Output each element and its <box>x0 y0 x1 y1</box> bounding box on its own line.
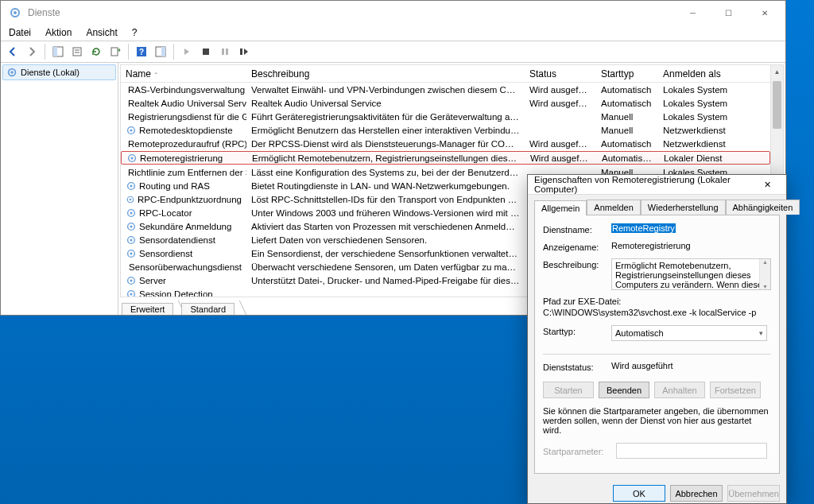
col-name[interactable]: Name ⌃ <box>121 68 246 79</box>
svg-point-39 <box>130 225 132 227</box>
stop-button[interactable]: Beenden <box>599 382 649 398</box>
col-startup[interactable]: Starttyp <box>596 68 658 79</box>
service-row[interactable]: RAS-VerbindungsverwaltungVerwaltet Einwä… <box>121 83 770 96</box>
dialog-footer: OK Abbrechen Übernehmen <box>528 479 786 504</box>
nav-item-label: Dienste (Lokal) <box>21 68 79 77</box>
minimize-button[interactable]: ─ <box>675 2 711 24</box>
col-logon[interactable]: Anmelden als <box>658 68 746 79</box>
tab-standard[interactable]: Standard <box>181 303 235 315</box>
value-path: C:\WINDOWS\system32\svchost.exe -k local… <box>543 308 771 317</box>
tab-general[interactable]: Allgemein <box>534 200 587 215</box>
dialog-body: Dienstname: RemoteRegistry Anzeigename: … <box>534 215 780 474</box>
svg-rect-4 <box>73 48 81 56</box>
description-scrollbar[interactable]: ▲▼ <box>759 259 770 289</box>
forward-button[interactable] <box>23 43 41 60</box>
startup-type-combo[interactable]: Automatisch ▾ <box>611 325 767 341</box>
service-row[interactable]: Realtek Audio Universal ServiceRealtek A… <box>121 96 770 110</box>
menu-help[interactable]: ? <box>129 25 141 40</box>
menu-file[interactable]: Datei <box>6 25 34 40</box>
svg-point-43 <box>130 252 132 254</box>
col-status[interactable]: Status <box>525 68 596 79</box>
dialog-close-button[interactable]: ✕ <box>753 176 781 193</box>
column-headers: Name ⌃ Beschreibung Status Starttyp Anme… <box>121 65 770 83</box>
pause-button[interactable]: Anhalten <box>654 382 705 398</box>
apply-button[interactable]: Übernehmen <box>727 485 780 502</box>
service-row[interactable]: Registrierungsdienst für die Gerätev…Füh… <box>121 110 770 123</box>
stop-service-button[interactable] <box>197 43 215 60</box>
svg-rect-12 <box>203 48 209 55</box>
chevron-down-icon: ▾ <box>759 329 763 337</box>
svg-point-1 <box>14 11 17 14</box>
label-service-name: Dienstname: <box>543 223 611 235</box>
svg-text:?: ? <box>139 48 144 56</box>
svg-point-35 <box>130 198 132 200</box>
svg-rect-15 <box>240 48 242 55</box>
dialog-tabs: Allgemein Anmelden Wiederherstellung Abh… <box>528 195 786 215</box>
dialog-titlebar[interactable]: Eigenschaften von Remoteregistrierung (L… <box>528 175 786 195</box>
scroll-thumb[interactable] <box>773 81 781 129</box>
gear-icon <box>6 67 17 78</box>
menu-action[interactable]: Aktion <box>42 25 75 40</box>
properties-button[interactable] <box>68 43 86 60</box>
svg-point-25 <box>130 129 132 131</box>
label-status: Dienststatus: <box>543 361 611 372</box>
col-description[interactable]: Beschreibung <box>246 68 525 79</box>
svg-point-29 <box>130 157 133 159</box>
svg-rect-14 <box>226 48 228 55</box>
tab-recovery[interactable]: Wiederherstellung <box>641 200 726 215</box>
svg-point-33 <box>130 184 132 187</box>
properties-dialog: Eigenschaften von Remoteregistrierung (L… <box>527 174 787 504</box>
start-button[interactable]: Starten <box>543 382 594 398</box>
label-path: Pfad zur EXE-Datei: <box>543 297 771 306</box>
titlebar[interactable]: Dienste ─ ☐ ✕ <box>1 1 785 25</box>
svg-point-37 <box>130 211 132 214</box>
svg-point-49 <box>130 293 132 295</box>
svg-point-47 <box>130 279 132 281</box>
svg-point-41 <box>130 238 132 241</box>
toolbar: ? <box>1 41 785 63</box>
label-description: Beschreibung: <box>543 258 611 269</box>
refresh-button[interactable] <box>87 43 105 60</box>
close-button[interactable]: ✕ <box>746 2 782 24</box>
back-button[interactable] <box>4 43 21 60</box>
show-hide-tree-button[interactable] <box>49 43 67 60</box>
label-start-param: Startparameter: <box>543 445 611 456</box>
ok-button[interactable]: OK <box>613 485 665 502</box>
svg-rect-13 <box>222 48 224 55</box>
svg-rect-3 <box>53 47 57 56</box>
scroll-up-icon[interactable]: ▲ <box>771 65 783 78</box>
value-status: Wird ausgeführt <box>611 361 771 370</box>
start-param-input[interactable] <box>616 443 767 459</box>
menu-view[interactable]: Ansicht <box>83 25 120 40</box>
resume-button[interactable]: Fortsetzen <box>710 382 761 398</box>
service-row[interactable]: Remoteprozeduraufruf (RPC)Der RPCSS-Dien… <box>121 137 770 150</box>
description-box[interactable]: Ermöglicht Remotebenutzern, Registrierun… <box>611 258 771 290</box>
start-service-button[interactable] <box>178 43 196 60</box>
export-button[interactable] <box>107 43 124 60</box>
nav-item-local-services[interactable]: Dienste (Lokal) <box>2 64 116 80</box>
value-display-name: Remoteregistrierung <box>611 241 771 250</box>
tab-dependencies[interactable]: Abhängigkeiten <box>726 200 800 215</box>
window-title: Dienste <box>26 7 675 18</box>
action-pane-button[interactable] <box>152 43 169 60</box>
service-row[interactable]: RemotedesktopdiensteErmöglicht Benutzern… <box>121 123 770 137</box>
dialog-title: Eigenschaften von Remoteregistrierung (L… <box>533 175 753 194</box>
tab-extended[interactable]: Erweitert <box>122 303 173 315</box>
menu-bar: Datei Aktion Ansicht ? <box>1 25 785 41</box>
label-startup: Starttyp: <box>543 325 611 336</box>
tab-logon[interactable]: Anmelden <box>587 200 641 215</box>
restart-service-button[interactable] <box>235 43 253 60</box>
maximize-button[interactable]: ☐ <box>711 2 746 24</box>
label-display-name: Anzeigename: <box>543 241 611 252</box>
svg-rect-11 <box>161 47 165 56</box>
pause-service-button[interactable] <box>216 43 234 60</box>
cancel-button[interactable]: Abbrechen <box>670 485 723 502</box>
nav-pane: Dienste (Lokal) <box>1 63 118 315</box>
svg-point-17 <box>10 71 14 74</box>
gear-icon <box>9 6 21 19</box>
start-param-note: Sie können die Startparameter angeben, d… <box>543 406 771 435</box>
help-button[interactable]: ? <box>133 43 150 60</box>
svg-rect-7 <box>111 48 118 56</box>
service-row[interactable]: RemoteregistrierungErmöglicht Remotebenu… <box>121 151 770 165</box>
value-service-name: RemoteRegistry <box>611 223 771 233</box>
